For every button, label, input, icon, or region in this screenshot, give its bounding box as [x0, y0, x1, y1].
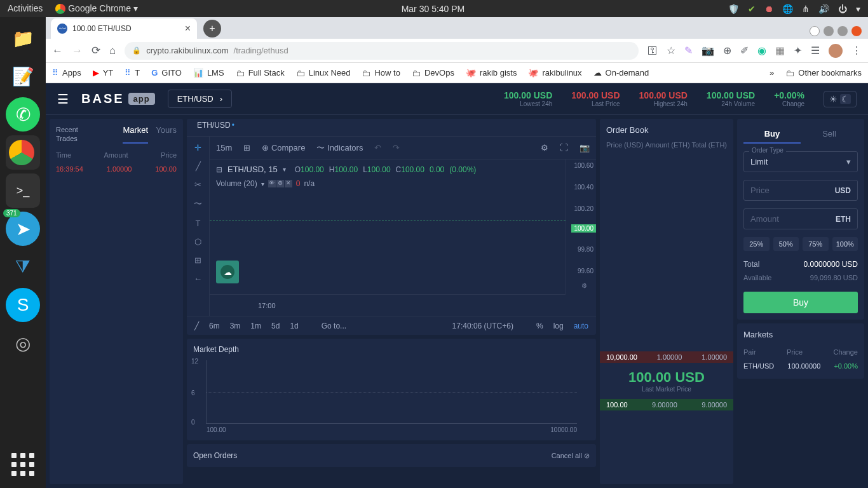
ruler-icon[interactable]: ⊞: [194, 255, 201, 265]
apps-bookmark[interactable]: ⠿Apps: [52, 68, 81, 78]
files-icon[interactable]: 📁: [6, 21, 40, 55]
text-icon[interactable]: T: [196, 219, 201, 228]
pct-toggle[interactable]: %: [536, 322, 543, 330]
apps-grid-icon[interactable]: [6, 447, 40, 482]
chrome-icon[interactable]: [6, 135, 40, 170]
range-5d[interactable]: 5d: [271, 322, 280, 330]
url-input[interactable]: 🔒 crypto.rakibulinux.com/trading/ethusd: [125, 42, 639, 60]
indicators-button[interactable]: 〜 Indicators: [316, 142, 363, 154]
fullstack-bookmark[interactable]: 🗀Full Stack: [236, 68, 285, 78]
dropper-icon[interactable]: ✐: [740, 44, 749, 57]
tab-close-icon[interactable]: ×: [185, 23, 191, 34]
market-row[interactable]: ETH/USD 100.00000 +0.00%: [743, 360, 858, 372]
maximize-icon[interactable]: [837, 26, 848, 36]
chart-tool-icon[interactable]: ╱: [194, 322, 199, 330]
range-6m[interactable]: 6m: [209, 322, 220, 330]
grammarly-icon[interactable]: ◉: [757, 44, 766, 57]
t-bookmark[interactable]: ⠿T: [125, 68, 140, 78]
current-app[interactable]: Google Chrome ▾: [55, 3, 138, 14]
network-icon[interactable]: ⋔: [802, 4, 810, 14]
settings-icon[interactable]: ⚙: [541, 143, 548, 152]
record-icon[interactable]: ⏺: [764, 4, 773, 14]
other-bookmarks[interactable]: 🗀Other bookmarks: [785, 68, 862, 78]
minimize-icon[interactable]: [824, 26, 834, 36]
activities-button[interactable]: Activities: [8, 3, 43, 13]
globe-ext-icon[interactable]: ⊕: [723, 44, 731, 57]
rakibulinux-bookmark[interactable]: 🐙rakibulinux: [528, 68, 581, 78]
home-icon[interactable]: ⌂: [109, 44, 116, 57]
yt-bookmark[interactable]: ▶YT: [93, 68, 114, 78]
volume-icon[interactable]: 🔊: [818, 4, 829, 14]
redo-icon[interactable]: ↷: [393, 143, 400, 152]
rakibgists-bookmark[interactable]: 🐙rakib gists: [466, 68, 517, 78]
crosshair-icon[interactable]: ✛: [194, 143, 201, 152]
range-3m[interactable]: 3m: [230, 322, 241, 330]
profile-icon[interactable]: [829, 44, 843, 58]
skype-icon[interactable]: S: [6, 288, 40, 322]
pct-75[interactable]: 75%: [803, 237, 829, 251]
howto-bookmark[interactable]: 🗀How to: [362, 68, 400, 78]
menu-button[interactable]: ☰: [57, 92, 69, 107]
amount-input[interactable]: Amount ETH: [743, 208, 858, 229]
check-icon[interactable]: ✔: [748, 4, 756, 14]
app-menu-icon[interactable]: [810, 26, 820, 36]
chart-badge-icon[interactable]: ☁: [216, 261, 239, 283]
camera-ext-icon[interactable]: 📷: [702, 44, 714, 57]
tab-market[interactable]: Market: [123, 125, 148, 144]
vscode-icon[interactable]: ⧩: [6, 250, 40, 284]
candle-icon[interactable]: ⊞: [243, 143, 250, 152]
forward-icon[interactable]: →: [72, 44, 83, 57]
whatsapp-icon[interactable]: ✆: [6, 97, 40, 132]
pct-100[interactable]: 100%: [832, 237, 858, 251]
chart-tools[interactable]: ✛ ╱ ✂ 〜 T ⬡ ⊞ ←: [187, 137, 210, 316]
extensions-icon[interactable]: ✦: [794, 44, 802, 57]
reload-icon[interactable]: ⟳: [92, 44, 100, 57]
order-type-select[interactable]: Order Type Limit ▾: [743, 151, 858, 172]
pair-selector[interactable]: ETH/USD›: [168, 90, 232, 108]
key-icon[interactable]: ⚿: [648, 45, 658, 57]
browser-tab[interactable]: 〰 100.00 ETH/USD ×: [51, 18, 197, 39]
globe-icon[interactable]: 🌐: [782, 4, 793, 14]
goto-button[interactable]: Go to...: [322, 322, 346, 330]
cancel-all-button[interactable]: Cancel all ⊘: [552, 452, 590, 460]
pct-25[interactable]: 25%: [743, 237, 770, 251]
brush-icon[interactable]: 〜: [194, 198, 202, 210]
price-input[interactable]: Price USD: [743, 180, 858, 201]
overflow-icon[interactable]: »: [770, 68, 774, 78]
linux-bookmark[interactable]: 🗀Linux Need: [296, 68, 351, 78]
ext1-icon[interactable]: ✎: [684, 44, 693, 57]
menu-icon[interactable]: ⋮: [851, 44, 862, 57]
dropdown-icon[interactable]: ▾: [856, 4, 860, 14]
tab-buy[interactable]: Buy: [743, 125, 801, 144]
auto-toggle[interactable]: auto: [574, 322, 588, 330]
disks-icon[interactable]: ◎: [6, 326, 40, 360]
back-icon[interactable]: ←: [52, 44, 63, 57]
compare-button[interactable]: ⊕ Compare: [262, 143, 305, 152]
shield-icon[interactable]: 🛡️: [728, 4, 739, 14]
fullscreen-icon[interactable]: ⛶: [560, 143, 568, 152]
terminal-icon[interactable]: >_: [6, 173, 40, 208]
trend-line-icon[interactable]: ╱: [196, 161, 201, 171]
new-tab-button[interactable]: +: [203, 20, 221, 37]
gito-bookmark[interactable]: GGITO: [151, 68, 182, 78]
bid-row[interactable]: 100.00 9.00000 9.00000: [600, 399, 733, 410]
dashlane-icon[interactable]: ▦: [775, 44, 785, 57]
theme-toggle[interactable]: ☀☾: [824, 91, 857, 107]
chart-area[interactable]: 15m ⊞ ⊕ Compare 〜 Indicators ↶ ↷ ⚙ ⛶ 📷: [210, 137, 596, 316]
undo-icon[interactable]: ↶: [374, 143, 381, 152]
power-icon[interactable]: ⏻: [838, 4, 847, 14]
ask-row[interactable]: 10,000.00 1.00000 1.00000: [600, 351, 733, 363]
interval-selector[interactable]: 15m: [216, 143, 232, 152]
pattern-icon[interactable]: ⬡: [194, 237, 201, 247]
axis-settings-icon[interactable]: ⚙: [581, 282, 587, 289]
ondemand-bookmark[interactable]: ☁On-demand: [593, 68, 649, 78]
range-1d[interactable]: 1d: [290, 322, 298, 330]
back-tool-icon[interactable]: ←: [194, 274, 202, 283]
clock[interactable]: Mar 30 5:40 PM: [138, 4, 728, 14]
devops-bookmark[interactable]: 🗀DevOps: [412, 68, 454, 78]
telegram-icon[interactable]: ➤371: [6, 212, 40, 246]
text-editor-icon[interactable]: 📝: [6, 59, 40, 93]
fib-icon[interactable]: ✂: [194, 180, 201, 189]
star-icon[interactable]: ☆: [667, 44, 675, 57]
buy-submit-button[interactable]: Buy: [743, 292, 858, 313]
